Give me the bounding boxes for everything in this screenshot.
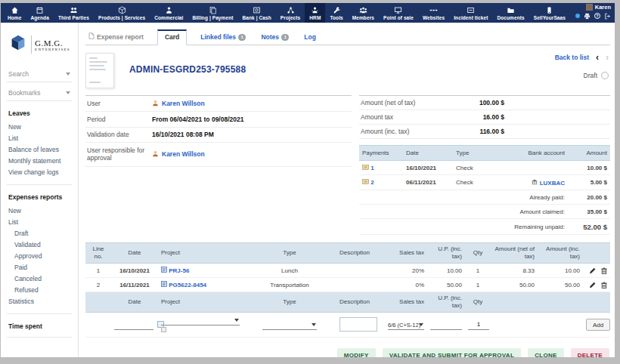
logo-name: G.M.G.	[35, 39, 70, 48]
refresh-project-icon[interactable]	[161, 327, 166, 332]
bookmarks-dropdown[interactable]: Bookmarks	[7, 84, 72, 101]
nav-home[interactable]: Home	[3, 3, 26, 23]
delete-line-icon[interactable]	[601, 267, 607, 274]
document-thumbnail[interactable]	[85, 53, 114, 88]
bank-account-link[interactable]: LUXBAC	[540, 180, 565, 187]
time-spent-section: Time spent	[1, 322, 78, 330]
line-description	[336, 278, 385, 292]
nav-bank-cash[interactable]: Bank | Cash	[238, 3, 276, 23]
approver-link[interactable]: Karen Willson	[162, 150, 205, 158]
nav-third-parties-label: Third Parties	[58, 15, 89, 20]
project-link[interactable]: PG5622-8454	[169, 282, 206, 288]
sidebar-item-refused[interactable]: Refused	[8, 284, 78, 295]
sidebar-item-monthly-statement[interactable]: Monthly statement	[8, 155, 78, 166]
nav-sellyoursaas-label: SellYourSaas	[534, 15, 566, 20]
nav-members[interactable]: Members	[348, 3, 379, 23]
chevron-down-icon	[419, 323, 423, 326]
nav-hrm-label: HRM	[309, 15, 321, 20]
nav-projects[interactable]: Projects	[276, 3, 305, 23]
line-type: Transportation	[243, 278, 336, 292]
lines-header-type: Type	[243, 243, 336, 264]
sidebar-item-canceled[interactable]: Canceled	[8, 273, 78, 284]
nav-hrm[interactable]: HRM	[305, 3, 325, 23]
payment-ref-link[interactable]: 1	[370, 165, 374, 171]
payment-icon	[362, 165, 369, 171]
sidebar-item-expenses-list[interactable]: List	[8, 216, 78, 227]
help-icon[interactable]: ?	[594, 13, 600, 19]
nav-sellyoursaas[interactable]: SellYourSaas	[529, 3, 570, 23]
bank-account-icon	[532, 180, 538, 187]
newline-header-blank	[85, 292, 111, 313]
nav-products-services[interactable]: Products | Services	[94, 3, 150, 23]
new-line-project-select[interactable]	[161, 316, 240, 325]
add-line-button[interactable]: Add	[586, 319, 610, 331]
new-line-description-input[interactable]	[339, 317, 377, 332]
sidebar-item-expenses-new[interactable]: New	[8, 205, 78, 216]
newline-header-date: Date	[111, 292, 158, 313]
search-label: Search	[8, 70, 29, 78]
nav-agenda[interactable]: Agenda	[26, 3, 53, 23]
tab-expense-report[interactable]: Expense report	[87, 29, 145, 45]
nav-third-parties[interactable]: Third Parties	[54, 3, 94, 23]
page-title: ADMIN-ESGRD253-795588	[129, 64, 246, 88]
new-line-date-input[interactable]	[114, 320, 153, 330]
tab-linked-files[interactable]: Linked files 1	[199, 30, 247, 45]
already-paid-label: Already paid:	[359, 190, 568, 205]
edit-line-icon[interactable]	[589, 267, 596, 274]
sidebar-item-approved[interactable]: Approved	[8, 250, 78, 261]
time-spent-section-title[interactable]: Time spent	[8, 322, 78, 330]
back-to-list-link[interactable]: Back to list	[555, 54, 589, 61]
nav-billing-payment[interactable]: Billing | Payment	[188, 3, 237, 23]
nav-websites[interactable]: Websites	[418, 3, 449, 23]
payment-ref-link[interactable]: 2	[370, 179, 374, 186]
search-dropdown[interactable]: Search	[7, 65, 72, 82]
sidebar-item-leaves-list[interactable]: List	[8, 132, 78, 143]
amount-row-tax: Amount tax 16.00 $	[359, 110, 610, 125]
nav-tools[interactable]: Tools	[325, 3, 347, 23]
line-description	[336, 264, 385, 278]
new-line-qty-input[interactable]	[468, 320, 489, 330]
clone-button[interactable]: CLONE	[528, 348, 564, 357]
validate-submit-button[interactable]: VALIDATE AND SUBMIT FOR APPROVAL	[383, 348, 521, 357]
nav-incident-ticket[interactable]: Incident ticket	[449, 3, 492, 23]
new-line-type-select[interactable]	[262, 320, 317, 330]
billing-icon	[209, 6, 217, 14]
new-line-up-input[interactable]	[430, 320, 462, 330]
sidebar-item-view-change-logs[interactable]: View change logs	[8, 166, 78, 177]
sellyoursaas-icon	[545, 6, 553, 14]
modify-button[interactable]: MODIFY	[337, 348, 376, 357]
nav-products-services-label: Products | Services	[98, 15, 145, 20]
sidebar-item-draft[interactable]: Draft	[8, 227, 78, 239]
sidebar-divider	[7, 313, 72, 314]
delete-button[interactable]: DELETE	[571, 348, 609, 357]
nav-projects-label: Projects	[281, 15, 300, 20]
linked-files-count-badge: 1	[238, 34, 246, 41]
logout-icon[interactable]	[604, 9, 611, 23]
sidebar-item-paid[interactable]: Paid	[8, 261, 78, 273]
sidebar-item-balance-of-leaves[interactable]: Balance of leaves	[8, 143, 78, 155]
tab-notes[interactable]: Notes 1	[259, 30, 290, 45]
chevron-down-icon	[66, 72, 70, 76]
payments-total-row: Remaining unpaid: 52.00 $	[359, 219, 610, 235]
print-icon[interactable]	[584, 9, 591, 23]
line-no: 1	[85, 264, 111, 278]
sidebar-item-statistics[interactable]: Statistics	[8, 295, 78, 307]
nav-documents[interactable]: Documents	[492, 3, 529, 23]
sidebar-item-leaves-new[interactable]: New	[8, 121, 78, 132]
lines-header-no: Line no.	[85, 243, 111, 264]
nav-point-of-sale[interactable]: Point of sale	[379, 3, 418, 23]
new-line-sales-tax-select[interactable]: 6/6 (C+S-12)	[388, 320, 424, 330]
sidebar-item-validated[interactable]: Validated	[8, 239, 78, 250]
project-link[interactable]: PRJ-56	[169, 267, 189, 274]
nav-commercial[interactable]: Commercial	[150, 3, 188, 23]
payment-icon	[362, 179, 369, 186]
edit-line-icon[interactable]	[589, 282, 596, 288]
tab-log[interactable]: Log	[302, 30, 318, 45]
general-fields: User Karen Willson Period From 06/04/202…	[85, 95, 352, 235]
user-link[interactable]: Karen Willson	[162, 100, 205, 107]
notification-icon[interactable]	[575, 14, 580, 18]
status-draft-icon	[601, 72, 609, 79]
delete-line-icon[interactable]	[601, 282, 607, 288]
previous-record-icon[interactable]: ‹	[596, 53, 599, 62]
tab-card[interactable]: Card	[157, 29, 187, 45]
